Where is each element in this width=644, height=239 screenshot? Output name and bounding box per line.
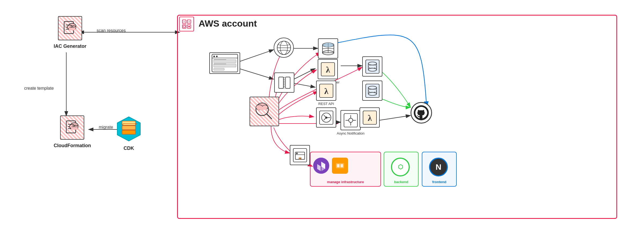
browser-svg xyxy=(211,54,238,73)
svg-text:λ: λ xyxy=(326,65,330,74)
manage-infra-label: manage infrastructure xyxy=(310,180,380,184)
scan-resources-label: scan resources xyxy=(97,28,126,33)
s3-icon xyxy=(318,38,338,59)
cloudformation-svg xyxy=(64,120,80,136)
frontend-icon: N xyxy=(429,158,448,176)
iac-generator-label: IAC Generator xyxy=(54,44,86,49)
async-hub-icon xyxy=(341,110,361,130)
s3-svg xyxy=(320,41,336,56)
svg-point-67 xyxy=(322,43,334,47)
svg-rect-54 xyxy=(214,60,236,63)
cdk-svg xyxy=(115,115,142,142)
github-icon xyxy=(411,102,432,124)
svg-point-47 xyxy=(183,25,185,27)
frontend-label: frontend xyxy=(422,180,456,184)
dynamo-top-svg xyxy=(365,59,380,74)
api-gateway-icon xyxy=(274,73,294,93)
aws-icon-svg: A 4 xyxy=(182,19,192,29)
svg-rect-56 xyxy=(214,64,236,67)
svg-rect-32 xyxy=(71,127,78,130)
svg-rect-108 xyxy=(258,106,267,110)
eventbridge-node xyxy=(316,107,336,128)
frontend-circle: N xyxy=(429,158,448,176)
iac-generator-node: IAC Generator xyxy=(54,16,86,49)
terraform-icon xyxy=(313,158,329,174)
globe-node xyxy=(274,38,294,58)
svg-text:λ: λ xyxy=(324,86,328,96)
lambda-rest-label: REST API xyxy=(318,102,334,106)
search-scan-icon xyxy=(250,97,279,126)
svg-marker-115 xyxy=(317,164,321,171)
ecr-icon: 📦 xyxy=(290,145,310,165)
svg-rect-69 xyxy=(285,77,290,88)
svg-point-52 xyxy=(213,56,215,57)
svg-line-104 xyxy=(267,114,272,119)
cloudformation-icon xyxy=(60,115,84,140)
github-node xyxy=(411,102,432,124)
dynamo-bottom-icon xyxy=(362,81,382,101)
dynamo-top-node xyxy=(362,56,382,77)
cdk-node: CDK xyxy=(115,115,142,151)
cdk-label: CDK xyxy=(124,146,134,151)
cloudformation-node: CloudFormation xyxy=(54,115,91,149)
iac-generator-svg xyxy=(62,20,78,36)
n-icon: N xyxy=(436,162,441,172)
search-scan-node xyxy=(250,97,279,126)
ecr-svg: 📦 xyxy=(292,147,308,163)
terraform-svg xyxy=(316,160,327,171)
svg-point-95 xyxy=(349,118,353,122)
api-gateway-node xyxy=(274,73,294,93)
aws-orange-svg xyxy=(335,161,345,171)
aws-account-label: AWS account xyxy=(199,18,257,29)
async-hub-svg xyxy=(343,113,358,128)
svg-rect-22 xyxy=(69,28,75,30)
svg-text:4: 4 xyxy=(188,20,189,23)
svg-rect-68 xyxy=(279,77,283,88)
svg-rect-38 xyxy=(122,121,136,125)
lambda-async-icon: λ xyxy=(360,107,380,128)
aws-account-icon: A 4 xyxy=(179,17,194,31)
svg-point-113 xyxy=(296,153,298,154)
github-svg xyxy=(413,105,429,121)
svg-text:λ: λ xyxy=(368,113,372,122)
browser-app-node xyxy=(209,52,240,74)
eventbridge-icon xyxy=(316,107,336,128)
ecr-node: 📦 xyxy=(290,145,310,165)
terraform-node xyxy=(313,158,329,174)
cdk-icon xyxy=(115,115,142,142)
backend-label: backend xyxy=(384,180,418,184)
frontend-group: N frontend xyxy=(422,152,457,187)
svg-text:📦: 📦 xyxy=(298,157,302,160)
search-scan-svg xyxy=(253,100,276,123)
aws-orange-node xyxy=(332,158,348,174)
lambda-socket-icon: λ xyxy=(318,59,338,79)
svg-rect-58 xyxy=(214,68,224,70)
svg-rect-46 xyxy=(182,24,186,28)
dynamo-top-icon xyxy=(362,56,382,77)
lambda-async-node: λ xyxy=(360,107,380,128)
nodejs-text: ⬡ xyxy=(398,164,403,171)
svg-rect-119 xyxy=(341,164,343,167)
lambda-async-svg: λ xyxy=(362,110,378,125)
globe-svg xyxy=(276,40,292,56)
migrate-label: migrate xyxy=(99,125,113,130)
aws-orange-icon xyxy=(332,158,348,174)
cloudformation-label: CloudFormation xyxy=(54,143,91,149)
svg-point-53 xyxy=(216,56,218,57)
svg-point-93 xyxy=(325,117,327,119)
nodejs-icon: ⬡ xyxy=(391,158,410,176)
backend-group: ⬡ backend xyxy=(384,152,419,187)
diagram-container: IAC Generator scan resources create temp… xyxy=(0,0,644,239)
browser-app-icon xyxy=(209,52,240,74)
nodejs-circle: ⬡ xyxy=(391,158,410,176)
dynamo-bottom-svg xyxy=(365,83,380,99)
create-template-label: create template xyxy=(24,86,54,91)
lambda-rest-icon: λ xyxy=(316,81,336,101)
aws-account-box xyxy=(177,15,617,219)
lambda-rest-node: λ REST API xyxy=(316,81,336,106)
lambda-socket-svg: λ xyxy=(320,61,336,77)
svg-rect-37 xyxy=(122,126,136,130)
dynamo-bottom-node xyxy=(362,81,382,101)
lambda-rest-svg: λ xyxy=(319,83,334,99)
svg-rect-36 xyxy=(122,130,136,134)
